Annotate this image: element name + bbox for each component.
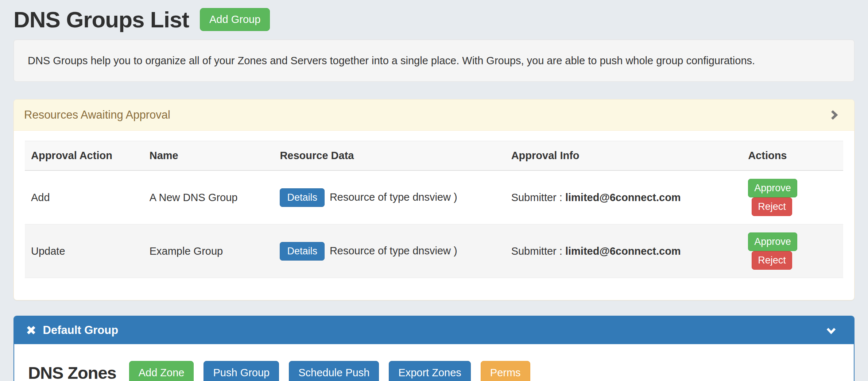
column-header-name: Name: [143, 141, 274, 171]
reject-button[interactable]: Reject: [752, 197, 792, 216]
cell-actions: ApproveReject: [742, 224, 843, 278]
description-text: DNS Groups help you to organize all of y…: [28, 55, 755, 67]
cell-name: A New DNS Group: [143, 170, 274, 224]
group-panel-header[interactable]: ✖ Default Group: [14, 316, 854, 344]
details-button[interactable]: Details: [280, 242, 325, 261]
approval-panel-title: Resources Awaiting Approval: [24, 108, 170, 122]
cell-approval-info: Submitter : limited@6connect.com: [505, 224, 742, 278]
description-well: DNS Groups help you to organize all of y…: [13, 39, 855, 82]
group-panel-body: DNS Zones Add Zone Push Group Schedule P…: [14, 344, 854, 381]
column-header-approval-action: Approval Action: [25, 141, 143, 171]
schedule-push-button[interactable]: Schedule Push: [289, 361, 379, 381]
export-zones-button[interactable]: Export Zones: [389, 361, 470, 381]
group-panel-title: Default Group: [43, 324, 119, 337]
cell-actions: ApproveReject: [742, 170, 843, 224]
column-header-actions: Actions: [742, 141, 843, 171]
submitter-label: Submitter :: [511, 245, 562, 257]
approval-panel: Resources Awaiting Approval Approval Act…: [13, 99, 855, 300]
chevron-right-icon[interactable]: [828, 109, 840, 121]
push-group-button[interactable]: Push Group: [204, 361, 279, 381]
approval-table: Approval Action Name Resource Data Appro…: [25, 141, 843, 278]
table-header-row: Approval Action Name Resource Data Appro…: [25, 141, 843, 171]
submitter-email: limited@6connect.com: [565, 192, 681, 203]
approve-button[interactable]: Approve: [748, 179, 797, 197]
close-icon[interactable]: ✖: [26, 324, 36, 336]
details-button[interactable]: Details: [280, 188, 325, 207]
add-zone-button[interactable]: Add Zone: [129, 361, 194, 381]
table-row: Update Example Group DetailsResource of …: [25, 224, 843, 278]
resource-text: Resource of type dnsview ): [330, 245, 457, 257]
reject-button[interactable]: Reject: [752, 251, 792, 270]
column-header-resource-data: Resource Data: [274, 141, 505, 171]
resource-text: Resource of type dnsview ): [330, 191, 457, 203]
submitter-label: Submitter :: [511, 192, 562, 203]
cell-approval-action: Update: [25, 224, 143, 278]
cell-name: Example Group: [143, 224, 274, 278]
page-title: DNS Groups List: [13, 7, 189, 32]
zones-heading: DNS Zones: [28, 363, 116, 381]
table-row: Add A New DNS Group DetailsResource of t…: [25, 170, 843, 224]
approval-panel-body: Approval Action Name Resource Data Appro…: [14, 131, 854, 300]
page: DNS Groups List Add Group DNS Groups hel…: [0, 0, 868, 381]
submitter-email: limited@6connect.com: [565, 245, 681, 257]
approval-panel-header[interactable]: Resources Awaiting Approval: [14, 100, 854, 131]
chevron-down-icon[interactable]: [825, 325, 838, 336]
cell-approval-info: Submitter : limited@6connect.com: [505, 170, 742, 224]
cell-resource-data: DetailsResource of type dnsview ): [274, 170, 505, 224]
approve-button[interactable]: Approve: [748, 232, 797, 251]
add-group-button[interactable]: Add Group: [200, 8, 270, 31]
default-group-panel: ✖ Default Group DNS Zones Add Zone Push …: [13, 316, 855, 381]
page-header: DNS Groups List Add Group: [13, 4, 855, 34]
perms-button[interactable]: Perms: [481, 361, 530, 381]
zones-header: DNS Zones Add Zone Push Group Schedule P…: [24, 361, 844, 381]
cell-approval-action: Add: [25, 170, 143, 224]
column-header-approval-info: Approval Info: [505, 141, 742, 171]
cell-resource-data: DetailsResource of type dnsview ): [274, 224, 505, 278]
